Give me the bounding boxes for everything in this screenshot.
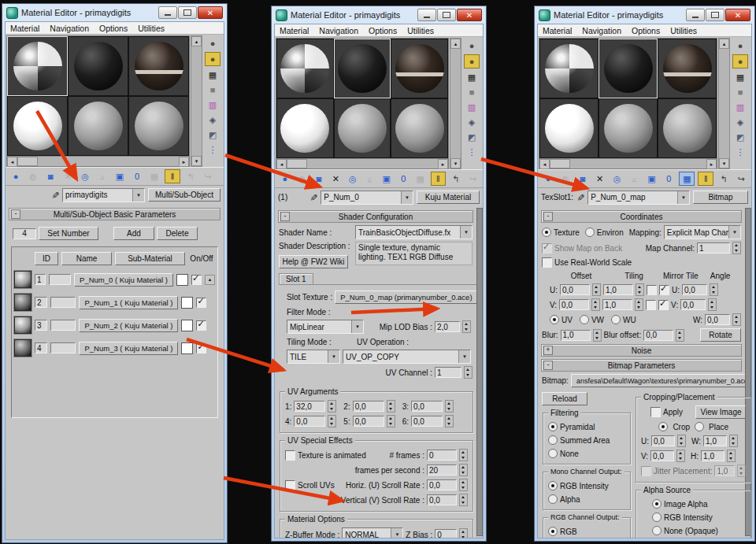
crop-v-field[interactable]: 0,0 [650,450,674,461]
go-forward-sibling-icon[interactable]: ↪ [466,172,480,185]
u-angle-field[interactable]: 0,0 [682,284,707,295]
wu-radio[interactable] [611,315,621,324]
title-bar[interactable]: Material Editor - primaydigits ✕ [274,6,484,24]
sample-slot-1[interactable] [7,36,68,96]
vw-radio[interactable] [580,315,589,324]
vertical-scrollbar[interactable]: ▴▾ [450,38,461,169]
u-mirror-checkbox[interactable] [647,285,657,295]
uv-channel-field[interactable]: 1 [435,367,461,378]
show-end-result-icon[interactable]: ‖ [431,172,447,186]
sub-material-button[interactable]: P_Num_3 ( Kuju Material ) [79,342,178,355]
fps-field[interactable]: 20 [427,464,457,476]
column-header-sub-material[interactable]: Sub-Material [115,252,185,265]
backlight-icon[interactable]: ● [732,54,748,68]
horizontal-scrollbar[interactable]: ◂▸ [539,158,717,168]
material-id-channel-icon[interactable]: 0 [397,172,411,185]
sample-slot-1[interactable] [276,39,334,98]
sample-type-icon[interactable]: ● [465,39,479,52]
menu-options[interactable]: Options [99,24,128,33]
uv-arg-field[interactable]: 32,0 [294,401,325,412]
bitmap-path-button[interactable]: ansfesa\Default\Wagon\textures\primarynu… [571,374,751,387]
scroll-right-icon[interactable]: ▸ [706,159,717,169]
scrollbar-thumb[interactable] [550,159,570,168]
background-icon[interactable]: ▦ [465,71,479,83]
tab-slot-1[interactable]: Slot 1 [279,273,313,284]
none-filter-radio[interactable] [548,449,558,458]
sample-slot-1[interactable] [539,39,598,98]
material-type-button[interactable]: Kuju Material [417,191,480,204]
sub-material-button[interactable]: P_Num_0 ( Kuju Material ) [74,273,173,287]
show-end-result-icon[interactable]: ‖ [165,169,180,183]
maximize-button[interactable] [437,9,456,21]
menu-utilities[interactable]: Utilities [407,26,434,35]
assign-material-to-selection-icon[interactable]: ◙ [43,170,57,183]
u-tile-checkbox[interactable] [659,285,669,295]
backlight-icon[interactable]: ● [205,52,220,66]
go-to-parent-icon[interactable]: ↰ [449,172,463,185]
add-button[interactable]: Add [113,227,154,240]
material-thumbnail[interactable] [14,271,32,288]
sample-slot-5[interactable] [68,96,128,156]
go-to-parent-icon[interactable]: ↰ [717,172,731,185]
reset-map-icon[interactable]: ✕ [329,172,343,185]
v-tiling-field[interactable]: 1,0 [602,299,632,310]
select-by-material-icon[interactable]: ◩ [206,128,220,141]
help-fw2-wiki-button[interactable]: Help @ FW2 Wiki [279,255,348,268]
summed-area-radio[interactable] [548,435,558,445]
color-swatch[interactable] [181,297,193,309]
spinner[interactable] [459,494,468,506]
spinner[interactable] [459,449,468,461]
background-icon[interactable]: ▦ [206,68,220,81]
spinner[interactable] [727,450,736,462]
rollout-multi-sub-object[interactable]: -Multi/Sub-Object Basic Parameters [9,208,220,220]
spinner[interactable] [328,400,336,413]
onoff-checkbox[interactable] [196,320,206,331]
make-unique-icon[interactable]: ▵ [628,172,642,185]
slot-texture-button[interactable]: P_Num_0_map (primarynumber_0.ace) [335,291,477,304]
sample-slot-4[interactable] [539,98,598,158]
uv-arg-field[interactable]: 0,0 [411,416,443,427]
menu-material[interactable]: Material [10,24,39,33]
spinner[interactable] [445,400,454,413]
scroll-right-icon[interactable]: ▸ [179,157,189,167]
spinner[interactable] [593,329,602,342]
mapping-dropdown[interactable]: Explicit Map Channel▼ [664,225,741,239]
uv-arg-field[interactable]: 0,0 [294,416,325,427]
make-unique-icon[interactable]: ▵ [363,172,377,185]
tiling-mode-dropdown[interactable]: TILE▼ [287,350,340,364]
onoff-checkbox[interactable] [191,275,202,285]
video-color-check-icon[interactable]: ▥ [733,101,747,113]
crop-h-field[interactable]: 1,0 [701,450,724,461]
vertical-scrollbar[interactable]: ▴▾ [718,38,730,169]
backlight-icon[interactable]: ● [464,54,480,68]
maximize-button[interactable] [178,6,197,19]
material-type-button[interactable]: Bitmap [693,191,748,204]
sample-slot-2[interactable] [598,39,658,98]
v-tile-checkbox[interactable] [658,300,669,310]
sample-slot-4[interactable] [276,98,334,158]
eyedropper-icon[interactable]: ✎ [308,193,319,201]
material-name-dropdown[interactable]: P_Num_0_map▼ [587,191,690,205]
sample-type-icon[interactable]: ● [206,37,220,50]
scroll-left-icon[interactable]: ◂ [539,159,550,169]
menu-material[interactable]: Material [543,26,572,35]
sample-slot-3[interactable] [128,36,189,96]
pyramidal-radio[interactable] [548,422,558,431]
sample-slot-3[interactable] [391,39,448,98]
material-id-channel-icon[interactable]: 0 [130,170,144,183]
v-mirror-checkbox[interactable] [646,300,656,310]
texture-animated-checkbox[interactable] [285,450,295,461]
u-offset-field[interactable]: 0,0 [560,284,590,295]
scroll-down-icon[interactable]: ▾ [450,158,461,168]
reload-button[interactable]: Reload [542,392,587,405]
spinner[interactable] [708,298,717,311]
spinner[interactable] [591,298,600,311]
spinner[interactable] [445,415,454,427]
video-color-check-icon[interactable]: ▥ [206,98,220,111]
blur-field[interactable]: 1,0 [561,330,591,341]
name-field[interactable] [50,342,76,353]
sample-slot-6[interactable] [658,98,717,158]
sample-slot-5[interactable] [598,98,658,158]
horizontal-scrollbar[interactable]: ◂▸ [276,158,448,168]
scroll-left-icon[interactable]: ◂ [7,157,17,167]
